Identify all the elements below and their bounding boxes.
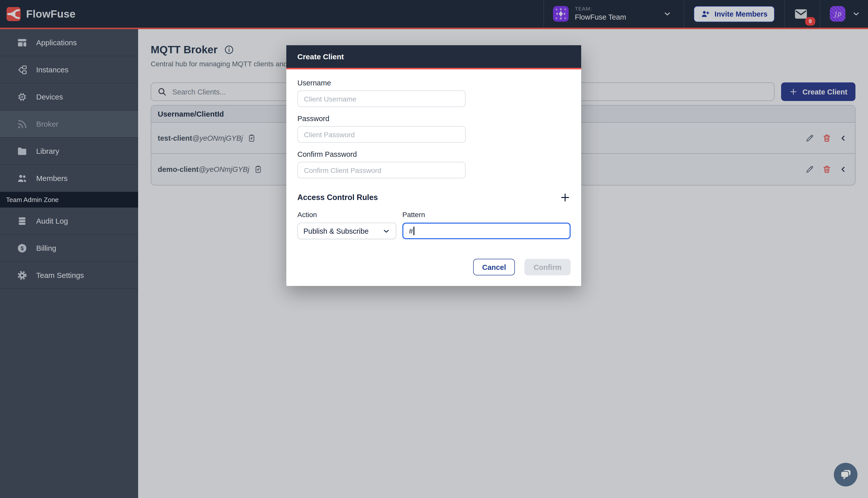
modal-title: Create Client xyxy=(297,52,344,61)
action-select-value: Publish & Subscribe xyxy=(303,227,369,235)
modal-fields: Username Password Confirm Password xyxy=(297,79,571,179)
action-select[interactable]: Publish & Subscribe xyxy=(297,223,396,239)
plus-icon xyxy=(560,192,571,203)
acl-heading: Access Control Rules xyxy=(297,193,378,202)
acl-header-row: Access Control Rules xyxy=(297,192,571,203)
confirm-password-input[interactable] xyxy=(297,162,466,179)
confirm-button[interactable]: Confirm xyxy=(525,259,571,275)
modal-header: Create Client xyxy=(286,45,581,69)
create-client-modal: Create Client Username Password Confirm … xyxy=(286,45,581,286)
pattern-input-value: # xyxy=(409,227,413,235)
acl-rule-row: Action Publish & Subscribe Pattern # xyxy=(297,211,571,239)
modal-actions: Cancel Confirm xyxy=(297,259,571,275)
form-field: Username xyxy=(297,79,571,107)
chevron-down-icon xyxy=(382,227,390,235)
password-input[interactable] xyxy=(297,126,466,143)
modal-body: Username Password Confirm Password Acces… xyxy=(286,69,581,286)
acl-pattern-column: Pattern # xyxy=(402,211,571,239)
pattern-label: Pattern xyxy=(402,211,571,219)
acl-action-column: Action Publish & Subscribe xyxy=(297,211,396,239)
form-field: Password xyxy=(297,115,571,143)
action-label: Action xyxy=(297,211,396,219)
cancel-button[interactable]: Cancel xyxy=(473,259,515,275)
pattern-input[interactable]: # xyxy=(402,223,571,239)
username-input[interactable] xyxy=(297,90,466,107)
flowfuse-app: FlowFuse TEAM: FlowFuse Team Invite Memb… xyxy=(0,0,868,498)
add-rule-button[interactable] xyxy=(560,192,571,203)
text-caret xyxy=(413,227,414,235)
form-field: Confirm Password xyxy=(297,150,571,179)
